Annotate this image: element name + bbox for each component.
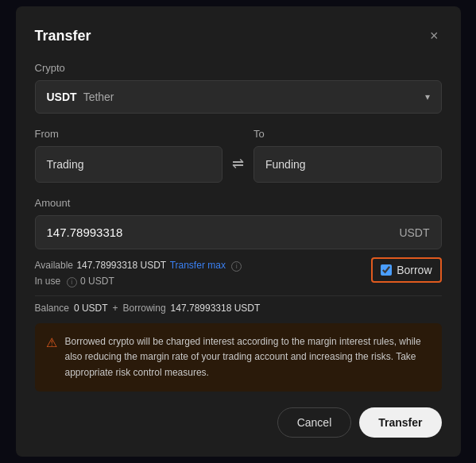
amount-input-wrap: USDT (35, 215, 442, 249)
transfer-max-info-icon[interactable]: i (231, 261, 242, 272)
modal-footer: Cancel Transfer (35, 407, 442, 438)
from-to-row: From Trading ⇌ To Funding (35, 128, 442, 183)
modal-header: Transfer × (35, 25, 442, 46)
available-amount: 147.78993318 USDT (76, 260, 166, 271)
available-label: Available (35, 260, 73, 271)
in-use-info-icon[interactable]: i (67, 277, 77, 287)
balance-label: Balance (35, 303, 69, 314)
to-section: To Funding (253, 128, 442, 183)
borrow-label: Borrow (397, 264, 431, 276)
borrowing-amount: 147.78993318 USDT (171, 303, 261, 314)
overlay: Transfer × Crypto USDT Tether ▾ From Tra… (0, 0, 476, 463)
borrow-checkbox[interactable] (381, 264, 392, 276)
crypto-ticker: USDT (47, 91, 77, 103)
modal-dialog: Transfer × Crypto USDT Tether ▾ From Tra… (16, 6, 461, 457)
crypto-select-left: USDT Tether (47, 91, 114, 103)
available-borrow-row: Available 147.78993318 USDT Transfer max… (35, 257, 442, 287)
in-use-amount: 0 USDT (80, 276, 114, 287)
available-row: Available 147.78993318 USDT Transfer max… (35, 257, 242, 272)
balance-row: Balance 0 USDT + Borrowing 147.78993318 … (35, 295, 442, 314)
warning-box: ⚠ Borrowed crypto will be charged intere… (35, 323, 442, 392)
from-box: Trading (35, 146, 223, 183)
amount-input[interactable] (47, 226, 400, 239)
modal-title: Transfer (35, 28, 91, 44)
from-label: From (35, 128, 223, 140)
from-value: Trading (47, 158, 84, 171)
warning-text: Borrowed crypto will be charged interest… (65, 334, 431, 380)
in-use-row: In use i 0 USDT (35, 273, 242, 287)
amount-currency: USDT (399, 226, 429, 239)
to-box: Funding (253, 146, 442, 183)
amount-label: Amount (35, 197, 442, 209)
swap-button[interactable]: ⇌ (229, 152, 247, 176)
close-button[interactable]: × (427, 25, 442, 46)
cancel-button[interactable]: Cancel (277, 407, 352, 438)
to-value: Funding (265, 158, 306, 171)
transfer-button[interactable]: Transfer (359, 407, 441, 438)
chevron-down-icon: ▾ (425, 91, 430, 102)
crypto-select[interactable]: USDT Tether ▾ (35, 80, 442, 114)
warning-icon: ⚠ (46, 335, 57, 380)
crypto-name: Tether (83, 91, 114, 103)
from-section: From Trading (35, 128, 223, 183)
balance-plus: + (113, 303, 118, 314)
transfer-max-link[interactable]: Transfer max (170, 260, 226, 271)
to-label: To (253, 128, 442, 140)
crypto-label: Crypto (35, 62, 442, 74)
swap-icon: ⇌ (232, 155, 244, 172)
balance-amount: 0 USDT (74, 303, 108, 314)
borrowing-label: Borrowing (123, 303, 166, 314)
borrow-checkbox-wrap[interactable]: Borrow (371, 257, 441, 283)
in-use-label: In use (35, 276, 61, 287)
info-left: Available 147.78993318 USDT Transfer max… (35, 257, 242, 287)
